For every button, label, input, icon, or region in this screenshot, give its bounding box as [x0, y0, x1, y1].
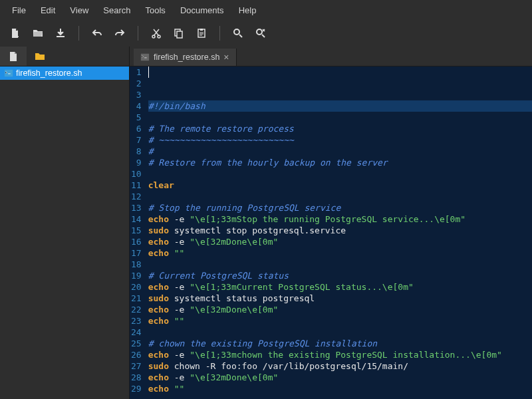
open-file-entry[interactable]: firefish_restore.sh — [0, 66, 129, 80]
code-line[interactable]: echo "" — [148, 383, 532, 394]
line-number: 7 — [131, 134, 142, 146]
code-line[interactable] — [148, 259, 532, 270]
code-line[interactable] — [148, 168, 532, 180]
code-line[interactable]: # Stop the running PostgreSQL service — [148, 202, 532, 213]
toolbar-separator — [219, 26, 220, 41]
svg-point-0 — [152, 35, 155, 38]
code-line[interactable]: sudo systemctl status postgresql — [148, 293, 532, 304]
line-number: 12 — [131, 191, 142, 202]
toolbar — [0, 20, 532, 47]
search-button[interactable] — [228, 23, 248, 43]
menu-search[interactable]: Search — [96, 3, 137, 18]
menu-view[interactable]: View — [63, 3, 95, 18]
save-icon — [55, 28, 66, 39]
line-number: 28 — [131, 372, 142, 383]
line-number: 18 — [131, 259, 142, 270]
text-cursor — [148, 66, 149, 78]
code-line[interactable]: echo -e "\e[1;33mchown the existing Post… — [148, 349, 532, 360]
line-number: 5 — [131, 112, 142, 123]
code-line[interactable]: # Current PostgreSQL status — [148, 270, 532, 281]
replace-button[interactable] — [251, 23, 271, 43]
line-number: 9 — [131, 157, 142, 168]
copy-button[interactable] — [169, 23, 189, 43]
line-number: 29 — [131, 383, 142, 394]
code-line[interactable]: # — [148, 146, 532, 157]
shell-file-icon — [4, 68, 13, 78]
menu-help[interactable]: Help — [232, 3, 263, 18]
open-file-button[interactable] — [28, 23, 48, 43]
menu-file[interactable]: File — [5, 3, 33, 18]
code-line[interactable]: # chown the existing PostgreSQL installa… — [148, 338, 532, 349]
svg-rect-5 — [200, 29, 203, 31]
line-number: 4 — [131, 100, 142, 112]
side-tabs — [0, 47, 129, 66]
redo-icon — [114, 28, 125, 39]
code-line[interactable] — [148, 327, 532, 338]
menu-tools[interactable]: Tools — [139, 3, 172, 18]
code-line[interactable]: # Restore from the hourly backup on the … — [148, 157, 532, 168]
code-line[interactable]: echo "" — [148, 247, 532, 259]
svg-point-6 — [234, 29, 239, 35]
sidebar: firefish_restore.sh — [0, 47, 130, 399]
code-line[interactable]: echo -e "\e[32mDone\e[0m" — [148, 236, 532, 247]
line-number: 20 — [131, 281, 142, 293]
close-icon[interactable]: × — [223, 52, 229, 63]
paste-button[interactable] — [192, 23, 211, 43]
code-line[interactable]: echo "" — [148, 315, 532, 327]
svg-point-7 — [257, 29, 262, 35]
line-number: 21 — [131, 293, 142, 304]
code-line[interactable] — [148, 191, 532, 202]
code-line[interactable]: # The remote restore process — [148, 123, 532, 134]
code-line[interactable]: # ~~~~~~~~~~~~~~~~~~~~~~~~~~ — [148, 134, 532, 146]
menu-documents[interactable]: Documents — [174, 3, 231, 18]
code-area[interactable]: #!/bin/bash # The remote restore process… — [146, 66, 532, 399]
code-line[interactable]: clear — [148, 180, 532, 191]
cut-icon — [151, 28, 162, 39]
line-number: 16 — [131, 236, 142, 247]
code-line[interactable] — [148, 394, 532, 399]
side-tab-filebrowser[interactable] — [27, 47, 53, 66]
new-file-icon — [10, 28, 21, 39]
line-number: 17 — [131, 247, 142, 259]
folder-icon — [35, 51, 45, 62]
replace-icon — [255, 28, 266, 39]
line-gutter: 1234567891011121314151617181920212223242… — [130, 66, 146, 399]
code-editor[interactable]: 1234567891011121314151617181920212223242… — [130, 66, 532, 399]
undo-icon — [92, 28, 102, 39]
open-file-name: firefish_restore.sh — [16, 68, 82, 78]
line-number: 24 — [131, 327, 142, 338]
editor-tab[interactable]: firefish_restore.sh × — [134, 49, 237, 66]
code-line[interactable]: echo -e "\e[32mDone\e[0m" — [148, 304, 532, 315]
line-number: 23 — [131, 315, 142, 327]
svg-point-1 — [158, 35, 160, 38]
undo-button[interactable] — [87, 23, 107, 43]
redo-button[interactable] — [110, 23, 130, 43]
line-number: 14 — [131, 213, 142, 225]
cut-button[interactable] — [146, 23, 166, 43]
paste-icon — [196, 28, 207, 39]
new-file-button[interactable] — [5, 23, 25, 43]
code-line[interactable]: echo -e "\e[1;33mCurrent PostgreSQL stat… — [148, 281, 532, 293]
line-number: 13 — [131, 202, 142, 213]
code-line[interactable] — [148, 112, 532, 123]
toolbar-separator — [138, 26, 138, 41]
main-area: firefish_restore.sh firefish_restore.sh … — [0, 47, 532, 399]
svg-rect-3 — [177, 31, 182, 38]
copy-icon — [174, 28, 184, 39]
code-line[interactable]: echo -e "\e[1;33mStop the running Postgr… — [148, 213, 532, 225]
code-line[interactable]: sudo chown -R foo:foo /var/lib/postgresq… — [148, 360, 532, 372]
line-number: 3 — [131, 89, 142, 100]
code-line[interactable]: #!/bin/bash — [148, 100, 532, 112]
document-icon — [8, 51, 19, 62]
code-line[interactable]: echo -e "\e[32mDone\e[0m" — [148, 372, 532, 383]
line-number: 11 — [131, 180, 142, 191]
line-number: 10 — [131, 168, 142, 180]
line-number: 26 — [131, 349, 142, 360]
menu-edit[interactable]: Edit — [34, 3, 62, 18]
save-button[interactable] — [51, 23, 70, 43]
side-tab-documents[interactable] — [0, 47, 27, 66]
open-file-icon — [33, 28, 43, 39]
code-line[interactable]: sudo systemctl stop postgresql.service — [148, 225, 532, 236]
line-number: 15 — [131, 225, 142, 236]
line-number: 27 — [131, 360, 142, 372]
